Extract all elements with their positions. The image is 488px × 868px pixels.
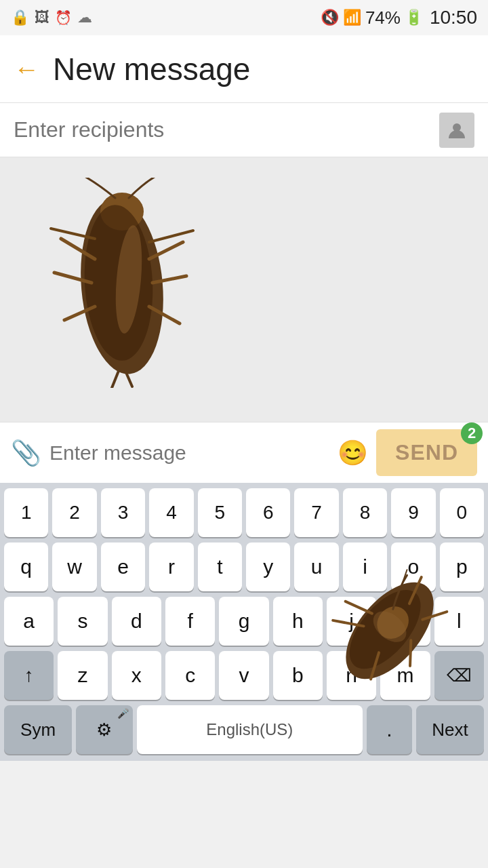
keyboard-qwerty-row: q w e r t y u i o p: [0, 540, 488, 594]
battery-icon: 🔋: [405, 9, 423, 26]
key-c[interactable]: c: [165, 651, 215, 700]
key-a[interactable]: a: [4, 597, 54, 646]
settings-key[interactable]: ⚙ 🎤: [76, 705, 132, 754]
signal-icon: 📶: [343, 9, 361, 26]
key-d[interactable]: d: [112, 597, 161, 646]
key-z[interactable]: z: [58, 651, 107, 700]
key-s[interactable]: s: [58, 597, 107, 646]
keyboard-zxcv-row: ↑ z x c v b n m ⌫: [0, 648, 488, 703]
key-g[interactable]: g: [219, 597, 268, 646]
key-r[interactable]: r: [149, 542, 193, 591]
key-9[interactable]: 9: [391, 488, 435, 537]
backspace-key[interactable]: ⌫: [434, 651, 484, 700]
key-n[interactable]: n: [327, 651, 376, 700]
key-p[interactable]: p: [440, 542, 484, 591]
key-w[interactable]: w: [52, 542, 96, 591]
shift-key[interactable]: ↑: [4, 651, 54, 700]
key-x[interactable]: x: [112, 651, 161, 700]
message-input[interactable]: [49, 441, 329, 465]
key-2[interactable]: 2: [52, 488, 96, 537]
svg-line-13: [149, 231, 193, 242]
contact-picker-button[interactable]: [439, 113, 474, 148]
time-display: 10:50: [430, 7, 477, 28]
key-q[interactable]: q: [4, 542, 48, 591]
attach-button[interactable]: 📎: [11, 439, 41, 467]
key-4[interactable]: 4: [149, 488, 193, 537]
keyboard-number-row: 1 2 3 4 5 6 7 8 9 0: [0, 483, 488, 540]
key-j[interactable]: j: [327, 597, 376, 646]
page-title: New message: [53, 51, 250, 87]
dot-key[interactable]: .: [367, 705, 412, 754]
keyboard-bottom-row: Sym ⚙ 🎤 English(US) . Next: [0, 703, 488, 761]
cloud-icon: ☁: [77, 9, 92, 26]
keyboard-asdf-row: a s d f g h j k l: [0, 594, 488, 648]
key-l[interactable]: l: [434, 597, 484, 646]
status-left-icons: 🔒 🖼 ⏰ ☁: [11, 9, 92, 26]
key-k[interactable]: k: [380, 597, 430, 646]
emoji-button[interactable]: 😊: [338, 439, 368, 467]
battery-text: 74%: [365, 7, 401, 28]
key-e[interactable]: e: [101, 542, 145, 591]
spacebar[interactable]: English(US): [137, 705, 363, 754]
cockroach-image-1: [41, 178, 203, 388]
mic-icon: 🎤: [117, 708, 129, 719]
key-y[interactable]: y: [246, 542, 290, 591]
key-6[interactable]: 6: [246, 488, 290, 537]
alarm-icon: ⏰: [55, 9, 72, 26]
app-bar: ← New message: [0, 35, 488, 103]
key-7[interactable]: 7: [294, 488, 338, 537]
status-right-icons: 🔇 📶 74% 🔋 10:50: [321, 7, 477, 28]
key-h[interactable]: h: [273, 597, 323, 646]
send-badge: 2: [461, 422, 483, 444]
key-1[interactable]: 1: [4, 488, 48, 537]
key-f[interactable]: f: [165, 597, 215, 646]
recipient-bar: [0, 103, 488, 157]
svg-line-14: [112, 371, 119, 388]
key-v[interactable]: v: [219, 651, 268, 700]
mute-icon: 🔇: [321, 9, 339, 26]
key-3[interactable]: 3: [101, 488, 145, 537]
back-button[interactable]: ←: [14, 56, 39, 82]
key-5[interactable]: 5: [198, 488, 242, 537]
key-t[interactable]: t: [198, 542, 242, 591]
recipient-input[interactable]: [14, 117, 439, 142]
message-area: [0, 157, 488, 422]
key-u[interactable]: u: [294, 542, 338, 591]
sym-key[interactable]: Sym: [4, 705, 72, 754]
photo-icon: 🖼: [35, 9, 49, 26]
keyboard: 1 2 3 4 5 6 7 8 9 0 q w e r t y u i o p …: [0, 483, 488, 761]
key-o[interactable]: o: [391, 542, 435, 591]
next-key[interactable]: Next: [416, 705, 484, 754]
lock-icon: 🔒: [11, 9, 29, 26]
status-bar: 🔒 🖼 ⏰ ☁ 🔇 📶 74% 🔋 10:50: [0, 0, 488, 35]
key-b[interactable]: b: [273, 651, 323, 700]
message-input-bar: 📎 😊 2 SEND: [0, 422, 488, 483]
key-8[interactable]: 8: [343, 488, 387, 537]
send-button-wrapper: 2 SEND: [376, 429, 477, 476]
key-m[interactable]: m: [380, 651, 430, 700]
key-i[interactable]: i: [343, 542, 387, 591]
key-0[interactable]: 0: [440, 488, 484, 537]
